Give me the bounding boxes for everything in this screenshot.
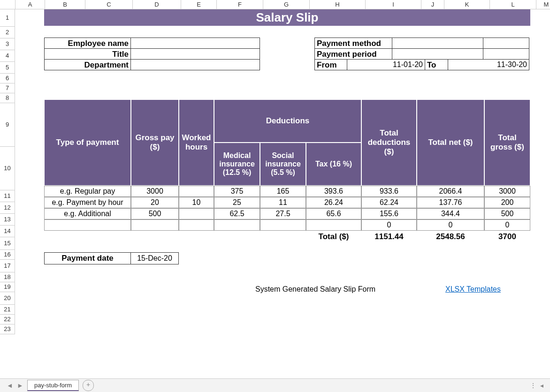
table-cell[interactable]: e.g. Payment by hour xyxy=(44,197,131,208)
table-cell[interactable]: 500 xyxy=(131,208,179,219)
th-total-ded[interactable]: Total deductions ($) xyxy=(361,99,417,186)
th-deductions[interactable]: Deductions xyxy=(214,99,361,143)
employee-dept-label[interactable]: Department xyxy=(44,59,131,70)
cell-l3[interactable] xyxy=(483,38,529,49)
footer-text[interactable]: System Generated Salary Slip Form xyxy=(214,283,417,295)
col-header-h[interactable]: H xyxy=(310,0,366,9)
th-total-net[interactable]: Total net ($) xyxy=(417,99,484,186)
table-cell[interactable]: 62.5 xyxy=(214,208,260,219)
table-cell[interactable] xyxy=(214,219,260,231)
payment-date-value[interactable]: 15-Dec-20 xyxy=(130,252,179,264)
table-cell[interactable] xyxy=(179,208,214,219)
table-cell[interactable]: 27.5 xyxy=(260,208,306,219)
table-cell[interactable]: 2066.4 xyxy=(417,186,484,197)
row-header-16[interactable]: 16 xyxy=(0,250,15,260)
total-label[interactable]: Total ($) xyxy=(306,231,361,243)
row-header-11[interactable]: 11 xyxy=(0,190,15,202)
row-header-10[interactable]: 10 xyxy=(0,147,15,190)
table-cell[interactable] xyxy=(44,219,131,231)
row-header-6[interactable]: 6 xyxy=(0,74,15,83)
row-header-23[interactable]: 23 xyxy=(0,324,15,334)
table-cell[interactable]: 344.4 xyxy=(417,208,484,219)
table-cell[interactable]: 25 xyxy=(214,197,260,208)
row-header-14[interactable]: 14 xyxy=(0,226,15,237)
table-cell[interactable]: 11 xyxy=(260,197,306,208)
table-cell[interactable]: 933.6 xyxy=(361,186,417,197)
table-cell[interactable]: 3000 xyxy=(484,186,530,197)
row-header-3[interactable]: 3 xyxy=(0,38,15,50)
row-header-17[interactable]: 17 xyxy=(0,260,15,272)
col-header-e[interactable]: E xyxy=(181,0,217,9)
payment-method-label[interactable]: Payment method xyxy=(314,38,392,49)
table-cell[interactable]: 137.76 xyxy=(417,197,484,208)
row-header-5[interactable]: 5 xyxy=(0,62,15,74)
th-type[interactable]: Type of payment xyxy=(44,99,131,186)
col-header-c[interactable]: C xyxy=(85,0,133,9)
table-cell[interactable]: 10 xyxy=(179,197,214,208)
cell-l4[interactable] xyxy=(483,48,529,60)
table-cell[interactable]: 0 xyxy=(417,219,484,231)
payment-period-value[interactable] xyxy=(392,48,483,60)
view-options-icon[interactable]: ⋮ ◂ xyxy=(530,382,544,389)
table-cell[interactable]: 26.24 xyxy=(306,197,361,208)
table-cell[interactable]: 393.6 xyxy=(306,186,361,197)
to-value[interactable]: 11-30-20 xyxy=(448,59,529,70)
table-cell[interactable]: 155.6 xyxy=(361,208,417,219)
tab-nav-prev-icon[interactable]: ◄ xyxy=(5,380,15,391)
table-cell[interactable]: 165 xyxy=(260,186,306,197)
row-header-4[interactable]: 4 xyxy=(0,50,15,62)
total-net[interactable]: 2548.56 xyxy=(417,231,484,243)
select-all-corner[interactable] xyxy=(0,0,15,9)
col-header-d[interactable]: D xyxy=(133,0,181,9)
table-cell[interactable]: 375 xyxy=(214,186,260,197)
th-gross-pay[interactable]: Gross pay ($) xyxy=(131,99,179,186)
table-cell[interactable]: 0 xyxy=(484,219,530,231)
col-header-b[interactable]: B xyxy=(45,0,85,9)
col-header-k[interactable]: K xyxy=(444,0,490,9)
row-header-12[interactable]: 12 xyxy=(0,202,15,214)
table-cell[interactable] xyxy=(179,219,214,231)
row-header-1[interactable]: 1 xyxy=(0,9,15,27)
title-bar[interactable]: Salary Slip xyxy=(44,9,530,26)
col-header-i[interactable]: I xyxy=(366,0,421,9)
total-deductions[interactable]: 1151.44 xyxy=(361,231,417,243)
th-total-gross[interactable]: Total gross ($) xyxy=(484,99,530,186)
row-header-20[interactable]: 20 xyxy=(0,292,15,305)
row-header-7[interactable]: 7 xyxy=(0,83,15,93)
payment-method-value[interactable] xyxy=(392,38,483,49)
row-header-22[interactable]: 22 xyxy=(0,315,15,324)
row-header-8[interactable]: 8 xyxy=(0,93,15,103)
th-tax[interactable]: Tax (16 %) xyxy=(306,143,361,186)
table-cell[interactable] xyxy=(260,219,306,231)
table-cell[interactable] xyxy=(131,219,179,231)
table-cell[interactable]: 62.24 xyxy=(361,197,417,208)
from-value[interactable]: 11-01-20 xyxy=(347,59,425,70)
payment-period-label[interactable]: Payment period xyxy=(314,48,392,60)
row-header-19[interactable]: 19 xyxy=(0,282,15,292)
row-header-2[interactable]: 2 xyxy=(0,27,15,38)
footer-link[interactable]: XLSX Templates xyxy=(417,283,529,295)
table-cell[interactable]: e.g. Regular pay xyxy=(44,186,131,197)
table-cell[interactable]: 200 xyxy=(484,197,530,208)
table-cell[interactable]: 20 xyxy=(131,197,179,208)
to-label[interactable]: To xyxy=(425,59,448,70)
add-sheet-button[interactable]: + xyxy=(83,380,94,391)
th-social[interactable]: Social insurance (5.5 %) xyxy=(260,143,306,186)
table-cell[interactable]: 65.6 xyxy=(306,208,361,219)
table-cell[interactable]: 0 xyxy=(361,219,417,231)
table-cell[interactable]: 500 xyxy=(484,208,530,219)
col-header-j[interactable]: J xyxy=(421,0,444,9)
sheet-tab-active[interactable]: pay-stub-form xyxy=(27,380,79,391)
total-gross[interactable]: 3700 xyxy=(484,231,530,243)
row-header-21[interactable]: 21 xyxy=(0,305,15,315)
table-cell[interactable] xyxy=(306,219,361,231)
row-header-13[interactable]: 13 xyxy=(0,214,15,226)
col-header-f[interactable]: F xyxy=(217,0,263,9)
th-medical[interactable]: Medical insurance (12.5 %) xyxy=(214,143,260,186)
col-header-g[interactable]: G xyxy=(263,0,310,9)
table-cell[interactable]: 3000 xyxy=(131,186,179,197)
row-header-15[interactable]: 15 xyxy=(0,237,15,250)
employee-title-value[interactable] xyxy=(130,48,260,60)
col-header-a[interactable]: A xyxy=(15,0,45,9)
employee-name-value[interactable] xyxy=(130,38,260,49)
